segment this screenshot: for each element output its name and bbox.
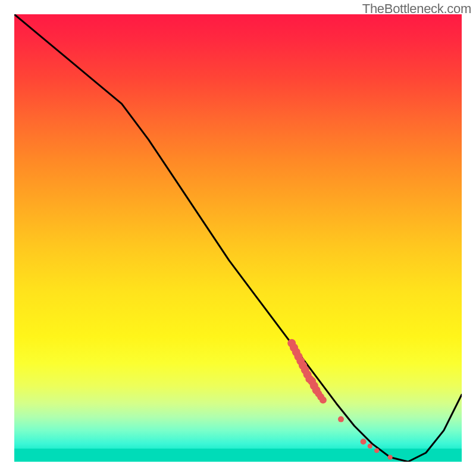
chart-markers <box>287 339 393 460</box>
chart-marker <box>374 448 379 453</box>
chart-container: TheBottleneck.com <box>0 0 476 476</box>
chart-marker <box>361 439 367 444</box>
watermark-text: TheBottleneck.com <box>362 1 471 17</box>
chart-marker <box>320 396 327 403</box>
chart-marker <box>388 455 393 460</box>
plot-area <box>14 14 462 462</box>
chart-svg <box>14 14 462 462</box>
chart-marker <box>368 444 372 449</box>
bottleneck-curve <box>14 14 462 462</box>
chart-marker <box>338 416 344 422</box>
